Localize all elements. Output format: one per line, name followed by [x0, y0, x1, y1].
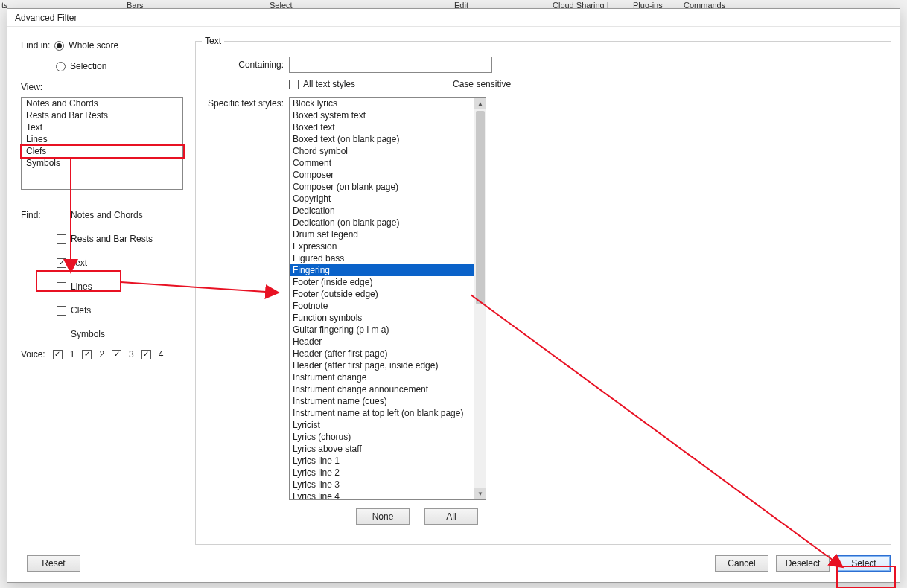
- style-item[interactable]: Lyrics (chorus): [290, 431, 475, 443]
- scroll-up-arrow-icon[interactable]: ▲: [474, 98, 486, 109]
- containing-input[interactable]: [289, 57, 492, 73]
- deselect-button[interactable]: Deselect: [776, 555, 830, 572]
- style-item[interactable]: Lyricist: [290, 419, 475, 431]
- voice-4-label: 4: [159, 349, 164, 359]
- voice-row: Voice: 1 2 3 4: [21, 349, 192, 359]
- find-check-rests[interactable]: [57, 234, 66, 244]
- style-item[interactable]: Fingering: [290, 264, 475, 276]
- dialog-title-bar: Advanced Filter: [7, 9, 900, 27]
- find-check-lines[interactable]: [57, 282, 66, 292]
- view-item-text[interactable]: Text: [22, 121, 182, 133]
- style-item[interactable]: Lyrics line 3: [290, 479, 475, 490]
- find-in-group: Find in: Whole score Selection: [21, 40, 192, 71]
- style-item[interactable]: Figured bass: [290, 252, 475, 264]
- voice-3-check[interactable]: [112, 350, 121, 359]
- style-item[interactable]: Boxed system text: [290, 109, 475, 121]
- styles-scrollbar[interactable]: ▲ ▼: [474, 98, 486, 499]
- radio-selection-label: Selection: [70, 61, 106, 71]
- find-check-clefs-label: Clefs: [71, 305, 91, 316]
- find-label: Find:: [21, 210, 57, 220]
- style-item[interactable]: Drum set legend: [290, 229, 475, 240]
- view-label: View:: [21, 82, 192, 92]
- case-sensitive-check[interactable]: [439, 80, 448, 89]
- scroll-thumb[interactable]: [476, 111, 485, 304]
- style-item[interactable]: Lyrics above staff: [290, 443, 475, 455]
- style-item[interactable]: Dedication: [290, 205, 475, 217]
- find-check-text-label: Text: [71, 258, 87, 268]
- text-fieldset: Text Containing: All text styles Case se…: [195, 36, 891, 545]
- style-item[interactable]: Composer (on blank page): [290, 181, 475, 193]
- voice-1-check[interactable]: [53, 350, 63, 359]
- style-item[interactable]: Copyright: [290, 193, 475, 205]
- view-item-notes[interactable]: Notes and Chords: [22, 98, 182, 109]
- all-text-styles-check[interactable]: [289, 80, 299, 89]
- view-item-symbols[interactable]: Symbols: [22, 157, 182, 169]
- style-item[interactable]: Guitar fingering (p i m a): [290, 324, 475, 336]
- view-listbox[interactable]: Notes and Chords Rests and Bar Rests Tex…: [21, 97, 183, 190]
- voice-2-check[interactable]: [82, 350, 92, 359]
- style-item[interactable]: Instrument name (cues): [290, 395, 475, 407]
- style-item[interactable]: Composer: [290, 169, 475, 181]
- containing-label: Containing:: [196, 60, 284, 70]
- find-check-text[interactable]: [57, 258, 66, 268]
- style-item[interactable]: Dedication (on blank page): [290, 217, 475, 229]
- voice-1-label: 1: [70, 349, 75, 359]
- find-check-rests-label: Rests and Bar Rests: [71, 234, 153, 244]
- voice-3-label: 3: [129, 349, 134, 359]
- cancel-button[interactable]: Cancel: [715, 555, 768, 572]
- find-block: Find: Notes and Chords Rests and Bar Res…: [21, 203, 192, 346]
- text-legend: Text: [202, 36, 224, 46]
- style-item[interactable]: Boxed text (on blank page): [290, 133, 475, 145]
- all-button[interactable]: All: [424, 508, 478, 525]
- voice-2-label: 2: [99, 349, 104, 359]
- find-check-notes[interactable]: [57, 211, 66, 220]
- view-item-lines[interactable]: Lines: [22, 133, 182, 145]
- style-item[interactable]: Header (after first page, inside edge): [290, 359, 475, 371]
- style-item[interactable]: Footer (inside edge): [290, 276, 475, 288]
- style-item[interactable]: Block lyrics: [290, 98, 475, 109]
- style-item[interactable]: Expression: [290, 240, 475, 252]
- scroll-down-arrow-icon[interactable]: ▼: [474, 488, 486, 499]
- select-button[interactable]: Select: [837, 555, 891, 572]
- advanced-filter-dialog: Advanced Filter Find in: Whole score Sel…: [7, 8, 900, 583]
- radio-whole-score-label: Whole score: [69, 40, 118, 51]
- find-check-notes-label: Notes and Chords: [71, 210, 143, 220]
- style-item[interactable]: Footer (outside edge): [290, 288, 475, 300]
- radio-selection[interactable]: [56, 62, 66, 71]
- style-item[interactable]: Function symbols: [290, 312, 475, 324]
- voice-4-check[interactable]: [141, 350, 151, 359]
- specific-styles-label: Specific text styles:: [196, 98, 284, 109]
- style-item[interactable]: Instrument name at top left (on blank pa…: [290, 407, 475, 419]
- style-item[interactable]: Instrument change announcement: [290, 383, 475, 395]
- reset-button[interactable]: Reset: [27, 555, 80, 572]
- style-item[interactable]: Boxed text: [290, 121, 475, 133]
- style-item[interactable]: Header (after first page): [290, 348, 475, 359]
- bottom-bar: Reset Cancel Deselect Select: [7, 546, 900, 582]
- style-item[interactable]: Footnote: [290, 300, 475, 312]
- style-item[interactable]: Header: [290, 336, 475, 348]
- radio-whole-score[interactable]: [54, 41, 64, 51]
- style-item[interactable]: Lyrics line 1: [290, 455, 475, 467]
- find-in-label: Find in:: [21, 40, 50, 51]
- view-item-clefs[interactable]: Clefs: [22, 145, 182, 157]
- view-item-rests[interactable]: Rests and Bar Rests: [22, 109, 182, 121]
- specific-styles-listbox[interactable]: Block lyricsBoxed system textBoxed textB…: [289, 97, 486, 500]
- style-item[interactable]: Lyrics line 4: [290, 490, 475, 500]
- find-check-clefs[interactable]: [57, 306, 66, 316]
- all-text-styles-label: All text styles: [303, 79, 355, 89]
- style-item[interactable]: Lyrics line 2: [290, 467, 475, 479]
- dialog-title: Advanced Filter: [15, 13, 77, 23]
- find-check-symbols-label: Symbols: [71, 329, 105, 339]
- style-item[interactable]: Comment: [290, 157, 475, 169]
- find-check-lines-label: Lines: [71, 281, 92, 292]
- find-check-symbols[interactable]: [57, 330, 66, 339]
- case-sensitive-label: Case sensitive: [453, 79, 511, 89]
- none-button[interactable]: None: [356, 508, 410, 525]
- voice-label: Voice:: [21, 349, 45, 359]
- style-item[interactable]: Instrument change: [290, 371, 475, 383]
- style-item[interactable]: Chord symbol: [290, 145, 475, 157]
